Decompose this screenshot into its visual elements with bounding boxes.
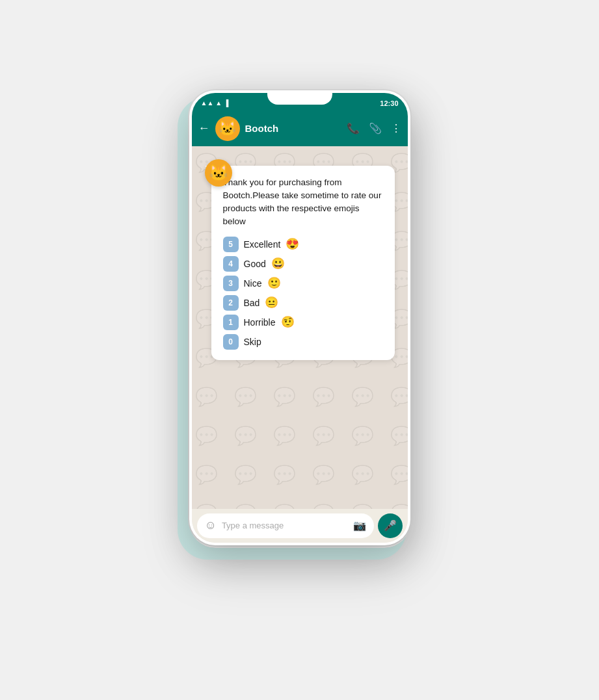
rating-item: 0Skip: [223, 334, 383, 350]
phone-icon[interactable]: 📞: [347, 122, 360, 135]
rating-label: Skip: [244, 337, 261, 347]
header-icons: 📞 📎 ⋮: [347, 122, 401, 135]
contact-name: Bootch: [245, 123, 341, 134]
rating-emoji: 😐: [265, 296, 278, 309]
avatar-emoji: 🐱: [219, 120, 236, 137]
chat-header: ← 🐱 Bootch 📞 📎 ⋮: [192, 111, 408, 146]
contact-avatar: 🐱: [215, 116, 240, 141]
rating-badge: 5: [223, 237, 239, 252]
rating-emoji: 🤨: [281, 315, 295, 329]
phone-shell: ▲▲ ▲ ▐ 12:30 ← 🐱 Bootch 📞 📎 ⋮: [189, 90, 410, 545]
rating-item: 2Bad😐: [223, 295, 383, 311]
status-icons: ▲▲ ▲ ▐: [201, 99, 229, 107]
chat-body: 🐱 Thank you for purchasing from Bootch.P…: [192, 146, 408, 509]
message-avatar-emoji: 🐱: [209, 164, 228, 182]
notch: [267, 90, 332, 105]
battery-icon: ▐: [224, 99, 228, 107]
message-input-placeholder: Type a message: [222, 521, 348, 530]
more-icon[interactable]: ⋮: [391, 122, 401, 135]
attach-icon[interactable]: 📎: [369, 122, 382, 135]
rating-badge: 1: [223, 315, 239, 330]
rating-label: Nice: [244, 278, 262, 289]
status-time: 12:30: [380, 99, 398, 107]
emoji-picker-icon[interactable]: ☺: [205, 519, 217, 532]
rating-list: 5Excellent😍4Good😀3Nice🙂2Bad😐1Horrible🤨0S…: [223, 237, 383, 350]
mic-button[interactable]: 🎤: [378, 513, 403, 538]
mic-icon: 🎤: [384, 519, 397, 532]
rating-item: 4Good😀: [223, 256, 383, 272]
phone-inner: ▲▲ ▲ ▐ 12:30 ← 🐱 Bootch 📞 📎 ⋮: [192, 93, 408, 543]
rating-label: Bad: [244, 298, 260, 308]
rating-badge: 4: [223, 256, 239, 272]
rating-item: 1Horrible🤨: [223, 315, 383, 330]
message-input-box[interactable]: ☺ Type a message 📷: [197, 513, 374, 538]
rating-label: Good: [244, 259, 266, 269]
rating-badge: 2: [223, 295, 239, 311]
rating-label: Horrible: [244, 317, 276, 328]
scene: ▲▲ ▲ ▐ 12:30 ← 🐱 Bootch 📞 📎 ⋮: [150, 58, 449, 643]
rating-item: 3Nice🙂: [223, 276, 383, 291]
rating-label: Excellent: [244, 239, 281, 250]
rating-emoji: 😀: [271, 257, 285, 270]
chat-input-bar: ☺ Type a message 📷 🎤: [192, 509, 408, 543]
rating-item: 5Excellent😍: [223, 237, 383, 252]
rating-emoji: 😍: [286, 237, 299, 251]
rating-badge: 0: [223, 334, 239, 350]
wifi-icon: ▲: [215, 99, 222, 107]
camera-icon[interactable]: 📷: [353, 519, 366, 532]
rating-emoji: 🙂: [267, 276, 281, 290]
signal-icon: ▲▲: [201, 99, 214, 107]
message-avatar: 🐱: [205, 159, 232, 187]
rating-badge: 3: [223, 276, 239, 291]
message-text: Thank you for purchasing from Bootch.Ple…: [223, 176, 383, 229]
message-bubble: 🐱 Thank you for purchasing from Bootch.P…: [211, 166, 395, 360]
back-button[interactable]: ←: [198, 122, 210, 135]
